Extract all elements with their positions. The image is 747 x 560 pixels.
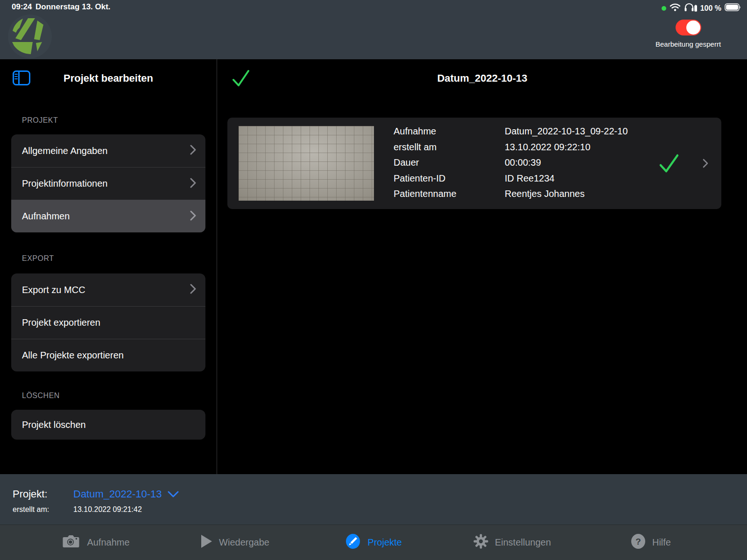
app-screen: 09:24 Donnerstag 13. Okt.	[0, 0, 747, 560]
top-header: 09:24 Donnerstag 13. Okt.	[0, 0, 747, 59]
toggle-knob	[686, 21, 700, 35]
tab-einstellungen[interactable]: Einstellungen	[443, 534, 582, 551]
play-icon	[200, 534, 212, 551]
edit-lock-toggle[interactable]	[676, 20, 701, 35]
chevron-right-icon	[190, 284, 196, 296]
sidebar-item-allgemeine-angaben[interactable]: Allgemeine Angaben	[11, 134, 205, 167]
sidebar-item-export-zu-mcc[interactable]: Export zu MCC	[11, 273, 205, 306]
sidebar-item-alle-projekte-exportieren[interactable]: Alle Projekte exportieren	[11, 339, 205, 371]
field-value: ID Ree1234	[505, 171, 628, 187]
field-label: erstellt am	[394, 140, 505, 155]
field-labels: Aufnahme erstellt am Dauer Patienten-ID …	[394, 124, 505, 202]
chevron-right-icon	[190, 210, 196, 223]
checkmark-icon	[659, 153, 679, 175]
sidebar-item-projekt-exportieren[interactable]: Projekt exportieren	[11, 306, 205, 339]
field-value: Datum_2022-10-13_09-22-10	[505, 124, 628, 140]
status-date: Donnerstag 13. Okt.	[35, 2, 111, 12]
main-content: Datum_2022-10-13 Aufnahme erstellt am Da…	[218, 59, 747, 474]
project-selector[interactable]: Datum_2022-10-13	[73, 488, 179, 500]
field-value: 00:00:39	[505, 155, 628, 171]
sidebar-item-projekt-loeschen[interactable]: Projekt löschen	[11, 410, 205, 440]
chevron-down-icon	[168, 491, 179, 497]
status-time: 09:24	[12, 2, 32, 12]
field-label: Aufnahme	[394, 124, 505, 140]
section-label-loeschen: LÖSCHEN	[22, 392, 60, 400]
project-title: Datum_2022-10-13	[218, 72, 747, 84]
tab-aufnahme[interactable]: Aufnahme	[27, 534, 166, 551]
help-icon: ?	[631, 533, 646, 552]
sidebar-item-aufnahmen[interactable]: Aufnahmen	[11, 200, 205, 232]
recording-thumbnail	[239, 126, 374, 201]
field-values: Datum_2022-10-13_09-22-10 13.10.2022 09:…	[505, 124, 628, 202]
chevron-right-icon	[190, 178, 196, 190]
sidebar-title: Projekt bearbeiten	[0, 72, 217, 84]
sidebar-item-projektinformationen[interactable]: Projektinformationen	[11, 167, 205, 200]
tab-bar: Aufnahme Wiedergabe Projekte	[0, 525, 747, 560]
sidebar-group-loeschen: Projekt löschen	[11, 410, 205, 440]
project-selector-value: Datum_2022-10-13	[73, 488, 162, 500]
gear-icon	[473, 534, 488, 551]
project-info-bar: Projekt: Datum_2022-10-13 erstellt am: 1…	[0, 474, 747, 525]
sidebar-group-projekt: Allgemeine Angaben Projektinformationen …	[11, 134, 205, 232]
pencil-circle-icon	[345, 533, 361, 552]
tab-hilfe[interactable]: ? Hilfe	[582, 533, 720, 552]
chevron-right-icon	[190, 145, 196, 157]
headset-icon	[684, 3, 697, 14]
field-value: 13.10.2022 09:22:10	[505, 140, 628, 155]
field-label: Patientenname	[394, 186, 505, 202]
chevron-right-icon	[703, 159, 708, 170]
section-label-projekt: PROJEKT	[22, 116, 58, 125]
recording-card[interactable]: Aufnahme erstellt am Dauer Patienten-ID …	[227, 118, 721, 209]
created-at-value: 13.10.2022 09:21:42	[73, 505, 142, 514]
battery-icon	[725, 3, 741, 14]
sidebar: Projekt bearbeiten PROJEKT Allgemeine An…	[0, 59, 217, 474]
edit-lock-label: Bearbeitung gesperrt	[637, 40, 740, 48]
battery-percent: 100 %	[700, 4, 721, 13]
sidebar-group-export: Export zu MCC Projekt exportieren Alle P…	[11, 273, 205, 371]
svg-text:?: ?	[635, 537, 641, 546]
field-label: Dauer	[394, 155, 505, 171]
app-logo	[7, 13, 53, 59]
tab-projekte[interactable]: Projekte	[304, 533, 443, 552]
field-value: Reentjes Johannes	[505, 186, 628, 202]
created-at-label: erstellt am:	[13, 505, 49, 514]
wifi-icon	[669, 3, 681, 14]
project-label: Projekt:	[13, 488, 48, 500]
status-icons: 100 %	[662, 3, 741, 14]
tab-wiedergabe[interactable]: Wiedergabe	[166, 534, 304, 551]
recording-indicator-dot	[662, 6, 666, 11]
section-label-export: EXPORT	[22, 254, 54, 263]
field-label: Patienten-ID	[394, 171, 505, 187]
camera-icon	[63, 534, 80, 551]
